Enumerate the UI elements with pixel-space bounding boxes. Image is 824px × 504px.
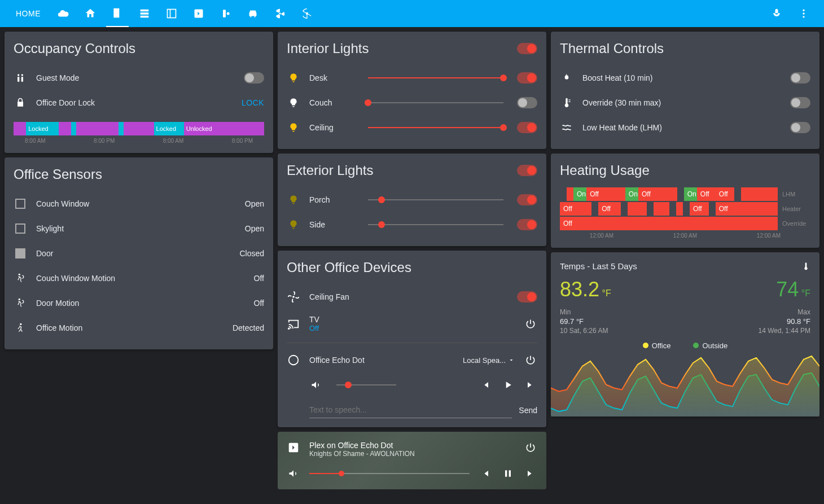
brightness-slider[interactable] (368, 199, 503, 200)
interior-title: Interior Lights (287, 41, 517, 56)
media-player-card: Plex on Office Echo Dot Knights Of Shame… (278, 432, 546, 489)
light-toggle[interactable] (517, 97, 537, 108)
fan-icon (287, 290, 300, 304)
tv-power-button[interactable] (524, 317, 537, 331)
light-toggle[interactable] (517, 194, 537, 205)
thermal-row[interactable]: Override (30 min max) (560, 90, 810, 115)
svg-point-8 (803, 12, 804, 14)
door-lock-label: Office Door Lock (36, 98, 233, 107)
light-row[interactable]: Porch (287, 187, 537, 212)
fan-label: Ceiling Fan (309, 292, 508, 301)
thermal-title: Thermal Controls (560, 41, 810, 56)
tv-row[interactable]: TV Off (287, 309, 537, 338)
light-toggle[interactable] (517, 219, 537, 230)
tts-input[interactable] (309, 402, 512, 418)
door-lock-state[interactable]: LOCK (242, 98, 264, 107)
svg-point-10 (17, 74, 19, 76)
nav-home[interactable]: HOME (9, 9, 47, 18)
fan-row[interactable]: Ceiling Fan (287, 284, 537, 309)
brightness-slider[interactable] (368, 102, 503, 103)
light-row[interactable]: Couch (287, 90, 537, 115)
echo-power-button[interactable] (524, 353, 537, 367)
echo-source-dropdown[interactable]: Local Spea... (463, 356, 515, 365)
office-icon[interactable] (106, 0, 129, 27)
light-label: Porch (309, 195, 354, 204)
car-icon[interactable] (242, 0, 264, 27)
media-next-button[interactable] (524, 467, 537, 480)
interior-master-toggle[interactable] (517, 43, 537, 54)
door-lock-row[interactable]: Office Door Lock LOCK (14, 90, 264, 115)
thermal-toggle[interactable] (790, 97, 810, 108)
next-track-button[interactable] (524, 378, 537, 392)
bulb-icon (287, 71, 300, 85)
bulb-icon (287, 218, 300, 231)
fan-toggle[interactable] (517, 291, 537, 303)
sensor-row[interactable]: SkylightOpen (14, 216, 264, 241)
play-button[interactable] (501, 378, 515, 392)
thermal-row[interactable]: Boost Heat (10 min) (560, 65, 810, 90)
sensor-row[interactable]: Door MotionOff (14, 291, 264, 315)
thermal-toggle[interactable] (790, 72, 810, 84)
guest-mode-row[interactable]: Guest Mode (14, 65, 264, 90)
sensor-value: Off (254, 299, 264, 308)
device-icon[interactable] (214, 0, 237, 27)
media-power-button[interactable] (524, 441, 537, 454)
media-prev-button[interactable] (479, 467, 492, 480)
brightness-slider[interactable] (368, 77, 503, 78)
arrow-box-icon[interactable] (187, 0, 210, 27)
home-icon[interactable] (79, 0, 102, 27)
sensor-row[interactable]: DoorClosed (14, 241, 264, 266)
menu-icon[interactable] (792, 0, 815, 27)
bulb-icon (287, 121, 300, 134)
light-toggle[interactable] (517, 122, 537, 133)
lock-timeline-labels: 8:00 AM8:00 PM8:00 AM8:00 PM (14, 138, 264, 144)
sensor-value: Detected (233, 323, 264, 332)
heating-title: Heating Usage (560, 163, 810, 178)
bulb-icon (287, 193, 300, 207)
svg-point-15 (292, 296, 295, 298)
light-label: Desk (309, 73, 354, 82)
server-icon[interactable] (133, 0, 156, 27)
brightness-slider[interactable] (368, 224, 503, 225)
heating-track: OffOverride (560, 217, 810, 230)
echo-row[interactable]: Office Echo Dot Local Spea... (287, 348, 537, 372)
light-toggle[interactable] (517, 72, 537, 84)
light-row[interactable]: Side (287, 212, 537, 237)
echo-volume-slider[interactable] (336, 384, 396, 385)
sensor-row[interactable]: Office MotionDetected (14, 315, 264, 340)
min-value: 69.7 °F (560, 317, 608, 326)
temps-title: Temps - Last 5 Days (560, 261, 801, 271)
thermal-toggle[interactable] (790, 122, 810, 133)
interior-lights-card: Interior Lights DeskCouchCeiling (278, 32, 546, 149)
sensor-label: Couch Window (36, 199, 236, 208)
radioactive-alt-icon[interactable] (296, 0, 318, 27)
media-progress-slider[interactable] (309, 473, 470, 474)
other-devices-card: Other Office Devices Ceiling Fan TV Off … (278, 251, 546, 427)
radioactive-icon[interactable] (269, 0, 291, 27)
tts-send-button[interactable]: Send (519, 406, 537, 415)
thermal-row[interactable]: Low Heat Mode (LHM) (560, 115, 810, 140)
svg-rect-0 (168, 10, 176, 18)
light-row[interactable]: Ceiling (287, 115, 537, 140)
prev-track-button[interactable] (479, 378, 492, 392)
panel-icon[interactable] (160, 0, 183, 27)
mic-icon[interactable] (765, 0, 788, 27)
sensor-label: Skylight (36, 224, 236, 233)
guest-mode-toggle[interactable] (244, 72, 264, 84)
thermal-icon (560, 71, 573, 85)
media-volume-icon[interactable] (287, 467, 300, 480)
brightness-slider[interactable] (368, 127, 503, 128)
timeline-segment (71, 122, 76, 135)
cloud-icon[interactable] (52, 0, 74, 27)
media-pause-button[interactable] (501, 467, 515, 480)
sensor-row[interactable]: Couch Window MotionOff (14, 266, 264, 291)
temps-chart (551, 354, 819, 417)
exterior-master-toggle[interactable] (517, 165, 537, 176)
other-title: Other Office Devices (287, 260, 537, 275)
light-row[interactable]: Desk (287, 65, 537, 90)
echo-label: Office Echo Dot (309, 356, 454, 365)
sensor-row[interactable]: Couch WindowOpen (14, 191, 264, 216)
thermal-icon (560, 96, 573, 109)
volume-icon[interactable] (309, 378, 323, 392)
tv-label: TV (309, 315, 515, 324)
